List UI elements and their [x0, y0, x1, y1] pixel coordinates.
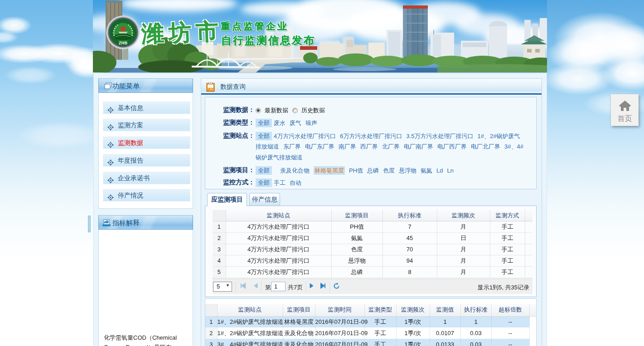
svg-text:ZHB: ZHB — [119, 40, 128, 45]
